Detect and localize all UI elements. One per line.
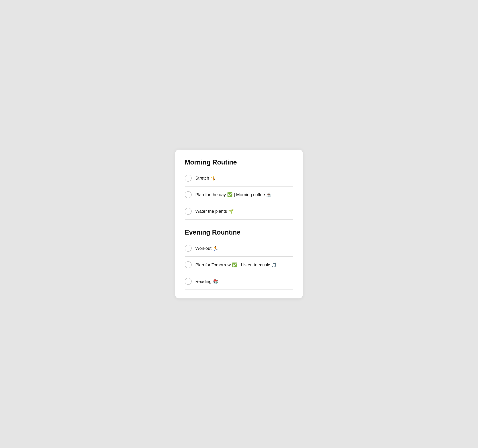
- water-plants-label: Water the plants 🌱: [195, 208, 234, 214]
- reading-label: Reading 📚: [195, 279, 218, 284]
- workout-label: Workout 🏃: [195, 245, 218, 251]
- reading-checkbox[interactable]: [185, 278, 192, 285]
- morning-title: Morning Routine: [185, 158, 293, 166]
- plan-day-label: Plan for the day ✅ | Morning coffee ☕: [195, 192, 272, 197]
- evening-title: Evening Rountine: [185, 228, 293, 236]
- list-item: Stretch 🤸: [185, 170, 293, 186]
- main-card: Morning Routine Stretch 🤸 Plan for the d…: [175, 150, 303, 298]
- list-item: Plan for Tomorrow ✅ | Listen to music 🎵: [185, 257, 293, 273]
- plan-day-checkbox[interactable]: [185, 191, 192, 198]
- plan-tomorrow-label: Plan for Tomorrow ✅ | Listen to music 🎵: [195, 262, 277, 268]
- list-item: Water the plants 🌱: [185, 203, 293, 220]
- list-item: Plan for the day ✅ | Morning coffee ☕: [185, 186, 293, 203]
- workout-checkbox[interactable]: [185, 245, 192, 252]
- water-plants-checkbox[interactable]: [185, 208, 192, 215]
- evening-task-list: Workout 🏃 Plan for Tomorrow ✅ | Listen t…: [185, 240, 293, 290]
- section-spacer: [185, 220, 293, 228]
- list-item: Reading 📚: [185, 273, 293, 290]
- morning-section: Morning Routine Stretch 🤸 Plan for the d…: [185, 158, 293, 220]
- morning-task-list: Stretch 🤸 Plan for the day ✅ | Morning c…: [185, 170, 293, 220]
- list-item: Workout 🏃: [185, 240, 293, 257]
- stretch-checkbox[interactable]: [185, 175, 192, 182]
- plan-tomorrow-checkbox[interactable]: [185, 261, 192, 268]
- stretch-label: Stretch 🤸: [195, 175, 216, 181]
- evening-section: Evening Rountine Workout 🏃 Plan for Tomo…: [185, 228, 293, 290]
